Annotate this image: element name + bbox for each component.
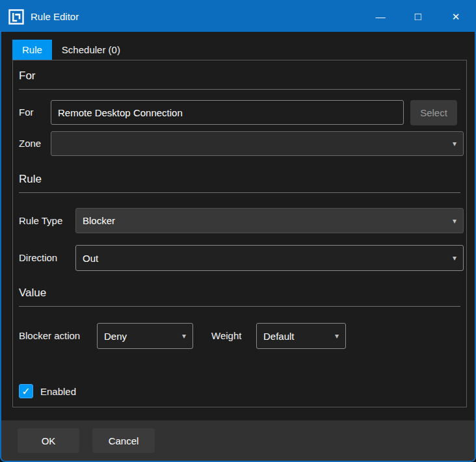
maximize-button[interactable]: □: [399, 1, 437, 32]
enabled-checkbox-row[interactable]: ✓ Enabled: [19, 384, 76, 398]
rule-editor-window: Rule Editor — □ ✕ Rule Scheduler (0) For…: [0, 0, 476, 462]
zone-dropdown[interactable]: ▾: [51, 131, 464, 156]
section-divider-for: [19, 89, 460, 90]
ok-button[interactable]: OK: [18, 428, 79, 453]
tab-rule[interactable]: Rule: [12, 40, 52, 60]
blocker-action-dropdown-value: Deny: [104, 331, 182, 342]
section-title-for: For: [19, 70, 36, 83]
section-divider-value: [19, 306, 460, 307]
rule-type-dropdown-value: Blocker: [83, 215, 453, 226]
for-label: For: [19, 100, 34, 125]
rule-type-label: Rule Type: [19, 208, 62, 233]
enabled-checkbox[interactable]: ✓: [19, 384, 33, 398]
rule-type-dropdown[interactable]: Blocker ▾: [75, 208, 464, 233]
minimize-button[interactable]: —: [362, 1, 399, 32]
checkmark-icon: ✓: [21, 385, 30, 398]
chevron-down-icon: ▾: [335, 332, 339, 340]
section-divider-rule: [19, 192, 460, 193]
minimize-icon: —: [376, 11, 386, 22]
chevron-down-icon: ▾: [453, 254, 456, 262]
enabled-checkbox-label: Enabled: [40, 386, 76, 397]
maximize-icon: □: [415, 10, 421, 23]
blocker-action-dropdown[interactable]: Deny ▾: [97, 323, 193, 349]
chevron-down-icon: ▾: [453, 140, 456, 148]
weight-label: Weight: [211, 323, 241, 349]
weight-dropdown[interactable]: Default ▾: [256, 323, 346, 349]
tab-scheduler[interactable]: Scheduler (0): [52, 40, 130, 60]
section-title-value: Value: [19, 287, 46, 300]
window-controls: — □ ✕: [362, 1, 475, 32]
for-input[interactable]: [51, 100, 404, 125]
rule-tab-panel: For For Select Zone ▾ Rule Rule Type Blo…: [12, 60, 467, 407]
cancel-button[interactable]: Cancel: [92, 428, 155, 453]
close-icon: ✕: [452, 11, 460, 23]
direction-label: Direction: [19, 245, 57, 271]
select-button[interactable]: Select: [410, 100, 457, 125]
chevron-down-icon: ▾: [453, 217, 456, 225]
blocker-action-label: Blocker action: [19, 323, 80, 349]
zone-label: Zone: [19, 131, 41, 156]
titlebar: Rule Editor — □ ✕: [1, 1, 475, 32]
weight-dropdown-value: Default: [263, 331, 335, 342]
tab-strip: Rule Scheduler (0): [12, 40, 130, 60]
window-title: Rule Editor: [31, 11, 362, 22]
close-button[interactable]: ✕: [437, 1, 475, 32]
section-title-rule: Rule: [19, 173, 42, 186]
app-icon: [8, 9, 24, 25]
chevron-down-icon: ▾: [182, 332, 186, 340]
direction-dropdown-value: Out: [83, 253, 453, 264]
direction-dropdown[interactable]: Out ▾: [75, 245, 464, 271]
